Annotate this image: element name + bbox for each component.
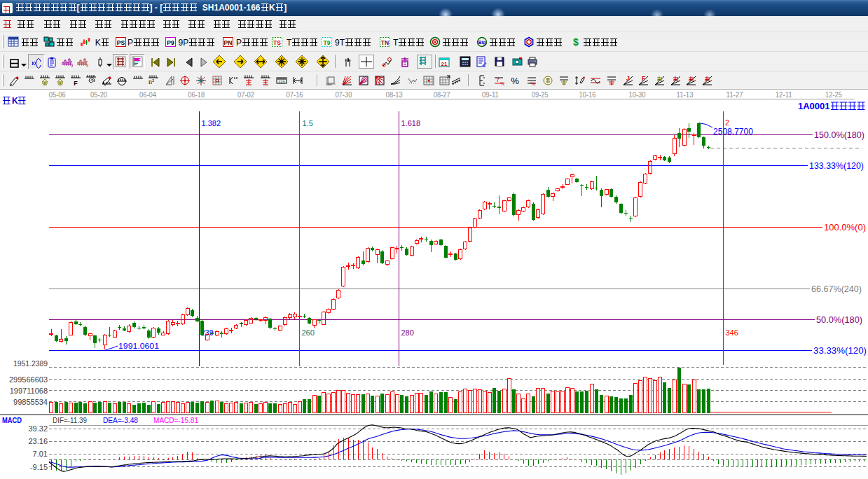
svg-text:7.01: 7.01 <box>33 450 48 458</box>
svg-text:09-25: 09-25 <box>532 91 549 99</box>
svg-text:199711068: 199711068 <box>10 387 48 395</box>
svg-text:346: 346 <box>726 328 738 337</box>
svg-text:2: 2 <box>725 118 729 127</box>
svg-text:1A0001: 1A0001 <box>798 101 830 111</box>
svg-text:PN: PN <box>224 39 233 46</box>
svg-text:260: 260 <box>302 328 315 337</box>
svg-text:%: % <box>530 81 535 86</box>
svg-text:133.33%(120): 133.33%(120) <box>809 160 864 171</box>
svg-text:08-27: 08-27 <box>434 91 450 99</box>
svg-text:TN: TN <box>381 39 389 46</box>
svg-text:1.382: 1.382 <box>202 119 221 127</box>
svg-text:3: 3 <box>71 63 73 68</box>
svg-text:J: J <box>626 75 630 82</box>
svg-text:DEA=-3.48: DEA=-3.48 <box>103 416 138 424</box>
svg-text:07-02: 07-02 <box>237 91 254 99</box>
svg-text:K: K <box>12 96 18 106</box>
svg-text:33.33%(120): 33.33%(120) <box>813 345 867 356</box>
svg-text:TS: TS <box>273 39 281 46</box>
svg-text:1.618: 1.618 <box>401 119 421 127</box>
svg-text:MACD: MACD <box>2 416 22 424</box>
svg-text:11-27: 11-27 <box>726 91 743 99</box>
svg-text:150.0%(180): 150.0%(180) <box>814 130 864 140</box>
svg-text:1951.2389: 1951.2389 <box>13 359 48 368</box>
svg-text:MACD=-15.81: MACD=-15.81 <box>153 416 198 424</box>
svg-text:F: F <box>74 80 78 86</box>
svg-text:05-06: 05-06 <box>49 91 66 99</box>
svg-text:P9: P9 <box>167 39 174 46</box>
svg-text:1.5: 1.5 <box>303 119 313 127</box>
svg-text:12-25: 12-25 <box>825 91 842 99</box>
svg-text:08-13: 08-13 <box>386 91 403 99</box>
svg-text:T9: T9 <box>324 39 331 46</box>
svg-text:05-20: 05-20 <box>90 91 107 99</box>
svg-text:12-11: 12-11 <box>776 91 792 99</box>
svg-text:66.67%(240): 66.67%(240) <box>811 284 862 294</box>
svg-text:09-11: 09-11 <box>482 91 499 99</box>
svg-text:11-13: 11-13 <box>677 91 694 99</box>
svg-text:07-16: 07-16 <box>287 91 303 99</box>
svg-text:100.0%(0): 100.0%(0) <box>824 222 866 232</box>
svg-text:Big: Big <box>478 40 486 46</box>
svg-text:10-16: 10-16 <box>579 91 596 99</box>
svg-text:$: $ <box>573 36 579 48</box>
svg-text:%: % <box>500 81 504 86</box>
svg-text:99855534: 99855534 <box>13 398 48 406</box>
svg-text:50.0%(180): 50.0%(180) <box>816 314 862 325</box>
svg-text:39.32: 39.32 <box>28 424 48 433</box>
svg-text:123: 123 <box>279 80 285 84</box>
svg-text:PS: PS <box>117 39 125 46</box>
svg-text:-9.15: -9.15 <box>30 463 48 471</box>
svg-text:1991.0601: 1991.0601 <box>118 342 159 350</box>
svg-text:21: 21 <box>441 61 448 67</box>
svg-text:DIF=-11.39: DIF=-11.39 <box>53 416 87 424</box>
svg-text:2508.7700: 2508.7700 <box>713 127 753 137</box>
svg-text:10-30: 10-30 <box>629 91 646 99</box>
svg-text:280: 280 <box>401 328 414 337</box>
svg-text:%: % <box>511 76 519 86</box>
svg-text:F: F <box>642 75 645 82</box>
svg-text:n²: n² <box>149 78 154 85</box>
svg-text:06-18: 06-18 <box>188 91 205 99</box>
svg-text:9: 9 <box>86 63 88 68</box>
svg-text:299566603: 299566603 <box>9 375 48 384</box>
svg-text:07-30: 07-30 <box>335 91 352 99</box>
svg-text:23.16: 23.16 <box>28 437 48 445</box>
svg-text:06-04: 06-04 <box>139 91 156 99</box>
